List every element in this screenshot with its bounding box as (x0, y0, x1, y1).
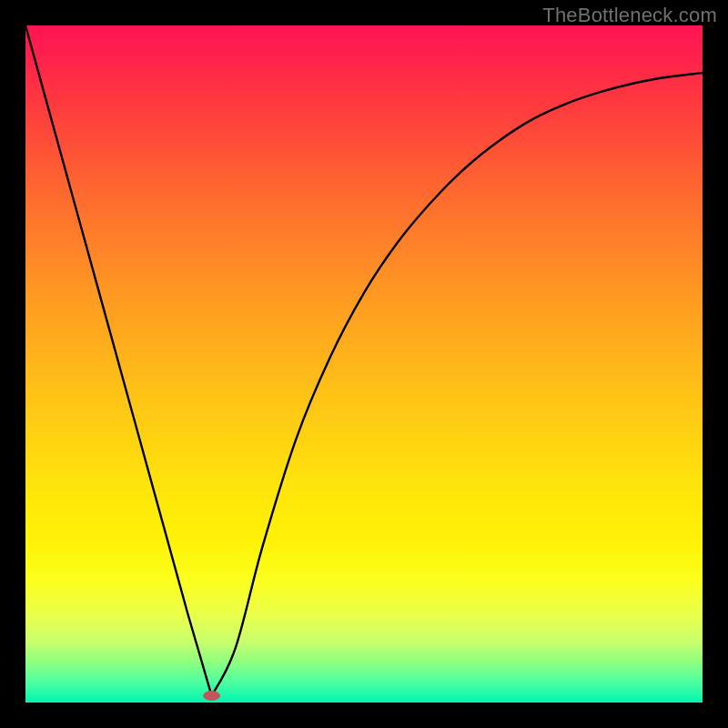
chart-frame: TheBottleneck.com (0, 0, 728, 728)
minimum-marker (204, 692, 220, 701)
watermark-text: TheBottleneck.com (542, 4, 717, 27)
bottleneck-curve (25, 25, 703, 696)
curve-layer (25, 25, 703, 703)
plot-area (25, 25, 703, 703)
